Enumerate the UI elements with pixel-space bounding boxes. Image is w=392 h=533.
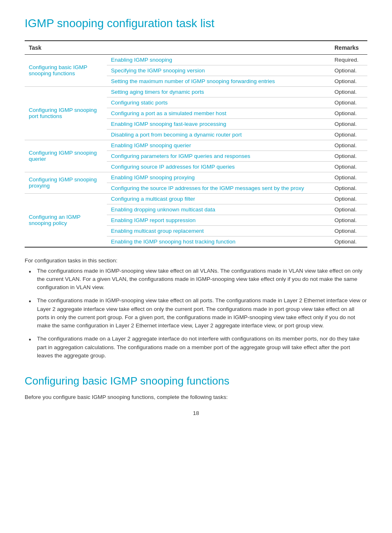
- task-link[interactable]: Configuring a multicast group filter: [111, 196, 195, 202]
- task-link-cell[interactable]: Enabling IGMP snooping proxying: [107, 172, 330, 183]
- remark-cell: Required.: [330, 54, 367, 65]
- remark-cell: Optional.: [330, 108, 367, 118]
- group-label-group5: Configuring an IGMP snooping policy: [25, 193, 107, 247]
- col-header-remarks: Remarks: [330, 41, 367, 55]
- table-row: Configuring IGMP snooping querierEnablin…: [25, 140, 367, 151]
- remark-cell: Optional.: [330, 204, 367, 215]
- notes-list: The configurations made in IGMP-snooping…: [25, 267, 367, 360]
- group-label-group4: Configuring IGMP snooping proxying: [25, 172, 107, 193]
- task-link[interactable]: Configuring static ports: [111, 100, 168, 106]
- task-link-cell[interactable]: Enabling IGMP report suppression: [107, 215, 330, 225]
- task-link[interactable]: Configuring the source IP addresses for …: [111, 185, 304, 191]
- remark-cell: Optional.: [330, 193, 367, 204]
- remark-cell: Optional.: [330, 215, 367, 225]
- remark-cell: Optional.: [330, 161, 367, 172]
- task-link[interactable]: Configuring parameters for IGMP queries …: [111, 153, 250, 159]
- remark-cell: Optional.: [330, 151, 367, 161]
- table-row: Configuring IGMP snooping port functions…: [25, 86, 367, 97]
- remark-cell: Optional.: [330, 236, 367, 247]
- task-link-cell[interactable]: Enabling the IGMP snooping host tracking…: [107, 236, 330, 247]
- remark-cell: Optional.: [330, 172, 367, 183]
- notes-section: For configuration tasks in this section:…: [25, 257, 367, 360]
- task-link[interactable]: Enabling multicast group replacement: [111, 228, 204, 234]
- task-link[interactable]: Enabling IGMP snooping proxying: [111, 174, 195, 181]
- task-link[interactable]: Configuring a port as a simulated member…: [111, 110, 226, 116]
- note-bullet-2: The configurations made in IGMP-snooping…: [29, 297, 367, 330]
- task-link-cell[interactable]: Setting the maximum number of IGMP snoop…: [107, 76, 330, 86]
- remark-cell: Optional.: [330, 76, 367, 86]
- task-link-cell[interactable]: Enabling IGMP snooping fast-leave proces…: [107, 118, 330, 129]
- task-link[interactable]: Enabling IGMP snooping querier: [111, 142, 191, 148]
- note-bullet-3: The configurations made on a Layer 2 agg…: [29, 335, 367, 360]
- task-link[interactable]: Enabling dropping unknown multicast data: [111, 206, 215, 213]
- remark-cell: Optional.: [330, 97, 367, 108]
- task-link-cell[interactable]: Enabling IGMP snooping querier: [107, 140, 330, 151]
- remark-cell: Optional.: [330, 65, 367, 76]
- table-row: Configuring an IGMP snooping policyConfi…: [25, 193, 367, 204]
- task-link-cell[interactable]: Configuring a multicast group filter: [107, 193, 330, 204]
- notes-intro: For configuration tasks in this section:: [25, 257, 367, 264]
- task-link-cell[interactable]: Enabling multicast group replacement: [107, 225, 330, 236]
- task-link[interactable]: Setting the maximum number of IGMP snoop…: [111, 78, 275, 84]
- page-title: IGMP snooping configuration task list: [25, 16, 367, 30]
- group-label-group2: Configuring IGMP snooping port functions: [25, 86, 107, 140]
- remark-cell: Optional.: [330, 129, 367, 140]
- table-row: Configuring IGMP snooping proxyingEnabli…: [25, 172, 367, 183]
- task-table: Task Remarks Configuring basic IGMP snoo…: [25, 40, 367, 248]
- task-link-cell[interactable]: Configuring source IP addresses for IGMP…: [107, 161, 330, 172]
- task-link-cell[interactable]: Specifying the IGMP snooping version: [107, 65, 330, 76]
- section2-intro: Before you configure basic IGMP snooping…: [25, 394, 367, 400]
- task-link[interactable]: Specifying the IGMP snooping version: [111, 67, 205, 74]
- task-link-cell[interactable]: Enabling IGMP snooping: [107, 54, 330, 65]
- col-header-task-detail: [107, 41, 330, 55]
- note-bullet-1: The configurations made in IGMP-snooping…: [29, 267, 367, 292]
- table-row: Configuring basic IGMP snooping function…: [25, 54, 367, 65]
- col-header-task: Task: [25, 41, 107, 55]
- task-link[interactable]: Enabling IGMP report suppression: [111, 217, 196, 223]
- remark-cell: Optional.: [330, 86, 367, 97]
- remark-cell: Optional.: [330, 183, 367, 193]
- task-link[interactable]: Enabling the IGMP snooping host tracking…: [111, 239, 235, 245]
- task-link-cell[interactable]: Configuring the source IP addresses for …: [107, 183, 330, 193]
- task-link-cell[interactable]: Configuring a port as a simulated member…: [107, 108, 330, 118]
- task-link-cell[interactable]: Setting aging timers for dynamic ports: [107, 86, 330, 97]
- remark-cell: Optional.: [330, 225, 367, 236]
- task-link-cell[interactable]: Configuring parameters for IGMP queries …: [107, 151, 330, 161]
- section2-title: Configuring basic IGMP snooping function…: [25, 375, 367, 387]
- task-link[interactable]: Configuring source IP addresses for IGMP…: [111, 164, 235, 170]
- remark-cell: Optional.: [330, 118, 367, 129]
- task-link[interactable]: Enabling IGMP snooping: [111, 57, 172, 63]
- task-link[interactable]: Disabling a port from becoming a dynamic…: [111, 132, 242, 138]
- remark-cell: Optional.: [330, 140, 367, 151]
- page-number: 18: [25, 410, 367, 416]
- group-label-group3: Configuring IGMP snooping querier: [25, 140, 107, 172]
- task-link-cell[interactable]: Enabling dropping unknown multicast data: [107, 204, 330, 215]
- task-link-cell[interactable]: Configuring static ports: [107, 97, 330, 108]
- task-link[interactable]: Setting aging timers for dynamic ports: [111, 89, 204, 95]
- task-link[interactable]: Enabling IGMP snooping fast-leave proces…: [111, 121, 226, 127]
- task-link-cell[interactable]: Disabling a port from becoming a dynamic…: [107, 129, 330, 140]
- group-label-group1: Configuring basic IGMP snooping function…: [25, 54, 107, 86]
